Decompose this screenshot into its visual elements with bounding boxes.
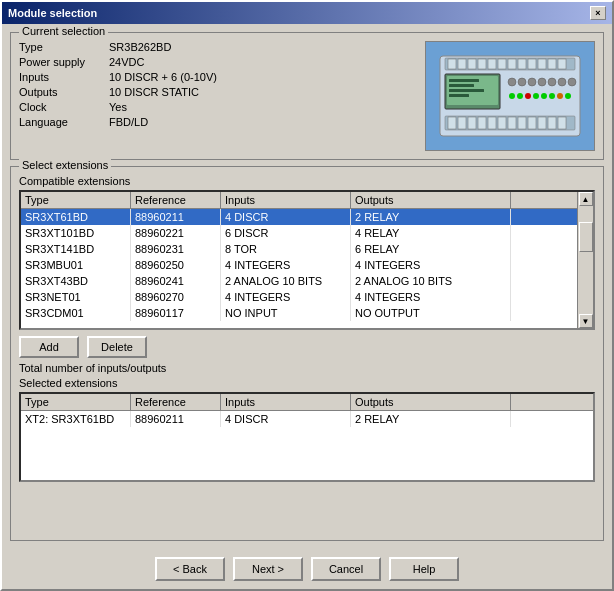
table-row[interactable]: SR3XT101BD 88960221 6 DISCR 4 RELAY — [21, 225, 577, 241]
back-button[interactable]: < Back — [155, 557, 225, 581]
scrollbar[interactable]: ▲ ▼ — [577, 192, 593, 328]
svg-rect-18 — [449, 89, 484, 92]
td-type: SR3CDM01 — [21, 305, 131, 321]
svg-point-22 — [528, 78, 536, 86]
add-button[interactable]: Add — [19, 336, 79, 358]
selected-table: Type Reference Inputs Outputs XT2: SR3XT… — [19, 392, 595, 482]
header-outputs: Outputs — [351, 192, 511, 208]
table-row[interactable]: SR3XT43BD 88960241 2 ANALOG 10 BITS 2 AN… — [21, 273, 577, 289]
svg-rect-47 — [558, 117, 566, 129]
clock-label: Clock — [19, 101, 109, 113]
td-outputs: 2 RELAY — [351, 209, 511, 225]
td-reference: 88960117 — [131, 305, 221, 321]
svg-point-31 — [541, 93, 547, 99]
help-button[interactable]: Help — [389, 557, 459, 581]
table-row[interactable]: SR3NET01 88960270 4 INTEGERS 4 INTEGERS — [21, 289, 577, 305]
type-value: SR3B262BD — [109, 41, 415, 53]
svg-rect-41 — [498, 117, 506, 129]
svg-rect-11 — [538, 59, 546, 69]
td-type: SR3XT61BD — [21, 209, 131, 225]
footer: < Back Next > Cancel Help — [2, 549, 612, 589]
svg-rect-44 — [528, 117, 536, 129]
td-inputs: 4 DISCR — [221, 209, 351, 225]
td-inputs: 4 INTEGERS — [221, 289, 351, 305]
main-content: Current selection Type SR3B262BD Power s… — [2, 24, 612, 549]
svg-point-33 — [557, 93, 563, 99]
selected-table-row[interactable]: XT2: SR3XT61BD 88960211 4 DISCR 2 RELAY — [21, 411, 593, 427]
svg-rect-7 — [498, 59, 506, 69]
window-title: Module selection — [8, 7, 97, 19]
scroll-down-arrow[interactable]: ▼ — [579, 314, 593, 328]
scroll-up-arrow[interactable]: ▲ — [579, 192, 593, 206]
info-clock: Clock Yes — [19, 101, 415, 113]
svg-rect-2 — [448, 59, 456, 69]
svg-rect-19 — [449, 94, 469, 97]
sel-td-reference: 88960211 — [131, 411, 221, 427]
inputs-label: Inputs — [19, 71, 109, 83]
header-inputs: Inputs — [221, 192, 351, 208]
td-inputs: 8 TOR — [221, 241, 351, 257]
svg-rect-13 — [558, 59, 566, 69]
next-button[interactable]: Next > — [233, 557, 303, 581]
svg-rect-6 — [488, 59, 496, 69]
power-label: Power supply — [19, 56, 109, 68]
table-row[interactable]: SR3CDM01 88960117 NO INPUT NO OUTPUT — [21, 305, 577, 321]
svg-rect-42 — [508, 117, 516, 129]
svg-point-27 — [509, 93, 515, 99]
svg-rect-43 — [518, 117, 526, 129]
current-selection-content: Type SR3B262BD Power supply 24VDC Inputs… — [19, 41, 595, 151]
language-value: FBD/LD — [109, 116, 415, 128]
svg-rect-36 — [448, 117, 456, 129]
svg-point-34 — [565, 93, 571, 99]
selected-table-header: Type Reference Inputs Outputs — [21, 394, 593, 411]
cancel-button[interactable]: Cancel — [311, 557, 381, 581]
td-type: SR3MBU01 — [21, 257, 131, 273]
svg-point-29 — [525, 93, 531, 99]
svg-rect-46 — [548, 117, 556, 129]
selected-table-body: XT2: SR3XT61BD 88960211 4 DISCR 2 RELAY — [21, 411, 593, 480]
sel-td-outputs: 2 RELAY — [351, 411, 511, 427]
title-bar: Module selection × — [2, 2, 612, 24]
td-type: SR3XT43BD — [21, 273, 131, 289]
type-label: Type — [19, 41, 109, 53]
info-language: Language FBD/LD — [19, 116, 415, 128]
scrollbar-thumb[interactable] — [579, 222, 593, 252]
select-extensions-group: Select extensions Compatible extensions … — [10, 166, 604, 541]
svg-rect-9 — [518, 59, 526, 69]
td-inputs: NO INPUT — [221, 305, 351, 321]
table-row[interactable]: SR3XT141BD 88960231 8 TOR 6 RELAY — [21, 241, 577, 257]
current-selection-group: Current selection Type SR3B262BD Power s… — [10, 32, 604, 160]
outputs-value: 10 DISCR STATIC — [109, 86, 415, 98]
svg-point-24 — [548, 78, 556, 86]
compatible-table-body: SR3XT61BD 88960211 4 DISCR 2 RELAY SR3XT… — [21, 209, 577, 328]
td-reference: 88960231 — [131, 241, 221, 257]
td-outputs: 6 RELAY — [351, 241, 511, 257]
sel-header-inputs: Inputs — [221, 394, 351, 410]
td-reference: 88960270 — [131, 289, 221, 305]
selection-info: Type SR3B262BD Power supply 24VDC Inputs… — [19, 41, 415, 151]
table-row[interactable]: SR3MBU01 88960250 4 INTEGERS 4 INTEGERS — [21, 257, 577, 273]
td-reference: 88960211 — [131, 209, 221, 225]
total-label: Total number of inputs/outputs — [19, 362, 595, 374]
svg-rect-39 — [478, 117, 486, 129]
header-type: Type — [21, 192, 131, 208]
delete-button[interactable]: Delete — [87, 336, 147, 358]
header-reference: Reference — [131, 192, 221, 208]
td-type: SR3NET01 — [21, 289, 131, 305]
svg-rect-4 — [468, 59, 476, 69]
info-power: Power supply 24VDC — [19, 56, 415, 68]
table-row[interactable]: SR3XT61BD 88960211 4 DISCR 2 RELAY — [21, 209, 577, 225]
svg-rect-17 — [449, 84, 474, 87]
svg-point-23 — [538, 78, 546, 86]
td-inputs: 4 INTEGERS — [221, 257, 351, 273]
td-inputs: 2 ANALOG 10 BITS — [221, 273, 351, 289]
td-type: SR3XT101BD — [21, 225, 131, 241]
td-type: SR3XT141BD — [21, 241, 131, 257]
td-outputs: 2 ANALOG 10 BITS — [351, 273, 511, 289]
close-button[interactable]: × — [590, 6, 606, 20]
language-label: Language — [19, 116, 109, 128]
power-value: 24VDC — [109, 56, 415, 68]
add-delete-row: Add Delete — [19, 336, 595, 358]
td-inputs: 6 DISCR — [221, 225, 351, 241]
sel-td-type: XT2: SR3XT61BD — [21, 411, 131, 427]
